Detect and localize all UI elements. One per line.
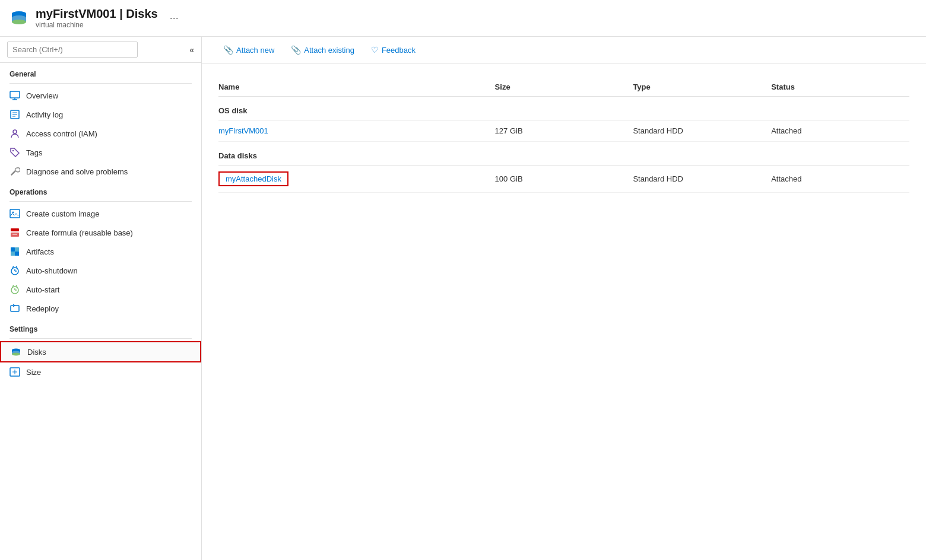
col-size: Size — [495, 78, 633, 97]
svg-point-15 — [12, 212, 14, 214]
section-label-operations: Operations — [0, 181, 201, 199]
sidebar-item-label-activity-log: Activity log — [26, 110, 63, 119]
svg-rect-5 — [10, 91, 20, 98]
attach-new-label: Attach new — [236, 46, 274, 55]
sidebar-item-label-create-formula: Create formula (reusable base) — [26, 228, 133, 237]
sidebar-item-tags[interactable]: Tags — [0, 143, 201, 162]
content-area: 📎 Attach new 📎 Attach existing ♡ Feedbac… — [202, 37, 926, 560]
data-disk-status: Attached — [771, 166, 909, 193]
more-options-button[interactable]: ··· — [170, 12, 179, 24]
svg-rect-16 — [11, 228, 19, 231]
attach-new-icon: 📎 — [223, 45, 233, 55]
sidebar-collapse-button[interactable]: « — [189, 45, 194, 55]
sidebar-item-label-access-control: Access control (IAM) — [26, 129, 97, 138]
svg-point-12 — [13, 130, 17, 133]
sidebar-item-activity-log[interactable]: Activity log — [0, 105, 201, 124]
attach-existing-label: Attach existing — [304, 46, 354, 55]
sidebar-item-create-image[interactable]: Create custom image — [0, 204, 201, 223]
os-disk-type: Standard HDD — [633, 120, 771, 142]
sidebar-item-label-diagnose: Diagnose and solve problems — [26, 167, 128, 176]
section-label-general: General — [0, 63, 201, 81]
sidebar-item-label-artifacts: Artifacts — [26, 247, 54, 256]
sidebar-nav: General Overview Activity log Access con… — [0, 63, 201, 560]
sidebar-item-artifacts[interactable]: Artifacts — [0, 242, 201, 261]
sidebar-item-auto-shutdown[interactable]: Auto-shutdown — [0, 261, 201, 280]
size-icon — [9, 367, 20, 377]
os-disk-status: Attached — [771, 120, 909, 142]
attach-existing-button[interactable]: 📎 Attach existing — [284, 42, 361, 58]
attach-new-button[interactable]: 📎 Attach new — [216, 42, 281, 58]
data-disk-type: Standard HDD — [633, 166, 771, 193]
section-label-settings: Settings — [0, 318, 201, 336]
sidebar-item-label-redeploy: Redeploy — [26, 304, 59, 313]
col-name: Name — [218, 78, 495, 97]
data-disk-link[interactable]: myAttachedDisk — [218, 171, 288, 186]
sidebar-item-label-overview: Overview — [26, 91, 58, 100]
svg-rect-20 — [15, 247, 19, 252]
search-input[interactable] — [7, 42, 138, 58]
disk-icon — [11, 346, 21, 357]
os-disk-link[interactable]: myFirstVM001 — [218, 126, 268, 135]
disks-table: Name Size Type Status OS disk myFirstVM0… — [218, 78, 909, 193]
sidebar-item-label-tags: Tags — [26, 148, 42, 157]
image-icon — [9, 208, 20, 219]
table-row-os-disk: myFirstVM001 127 GiB Standard HDD Attach… — [218, 120, 909, 142]
divider-settings — [9, 338, 192, 339]
page-subtitle: virtual machine — [36, 21, 158, 29]
sidebar-item-label-size: Size — [26, 368, 41, 377]
clock2-icon — [9, 284, 20, 295]
sidebar-item-disks[interactable]: Disks — [0, 341, 201, 362]
divider-operations — [9, 201, 192, 202]
os-disk-section-header: OS disk — [218, 97, 909, 120]
data-disk-name-cell[interactable]: myAttachedDisk — [218, 166, 495, 193]
attach-existing-icon: 📎 — [291, 45, 301, 55]
vm-icon — [9, 9, 28, 28]
page-header: myFirstVM001 | Disks virtual machine ··· — [0, 0, 926, 37]
col-status: Status — [771, 78, 909, 97]
data-disk-size: 100 GiB — [495, 166, 633, 193]
sidebar-item-label-create-image: Create custom image — [26, 209, 100, 218]
formula-icon — [9, 227, 20, 238]
data-disk-section-header: Data disks — [218, 142, 909, 166]
feedback-button[interactable]: ♡ Feedback — [364, 42, 423, 58]
data-disk-label: Data disks — [218, 142, 909, 166]
page-title: myFirstVM001 | Disks — [36, 7, 158, 21]
svg-rect-14 — [10, 209, 20, 218]
divider-general — [9, 83, 192, 84]
main-layout: « General Overview Activity log — [0, 37, 926, 560]
feedback-label: Feedback — [382, 46, 416, 55]
os-disk-label: OS disk — [218, 97, 909, 120]
sidebar-item-auto-start[interactable]: Auto-start — [0, 280, 201, 299]
svg-rect-22 — [15, 252, 19, 256]
sidebar-item-size[interactable]: Size — [0, 362, 201, 381]
sidebar-item-overview[interactable]: Overview — [0, 86, 201, 105]
col-type: Type — [633, 78, 771, 97]
monitor-icon — [9, 90, 20, 101]
os-disk-size: 127 GiB — [495, 120, 633, 142]
content-body: Name Size Type Status OS disk myFirstVM0… — [202, 63, 926, 560]
clock-icon — [9, 265, 20, 276]
svg-rect-21 — [11, 252, 15, 256]
svg-point-4 — [12, 20, 26, 24]
sidebar-item-redeploy[interactable]: Redeploy — [0, 299, 201, 318]
svg-point-13 — [12, 150, 14, 151]
title-group: myFirstVM001 | Disks virtual machine — [36, 7, 158, 29]
table-row-data-disk-0: myAttachedDisk 100 GiB Standard HDD Atta… — [218, 166, 909, 193]
sidebar-item-label-auto-shutdown: Auto-shutdown — [26, 266, 78, 275]
svg-rect-19 — [11, 247, 15, 252]
sidebar-item-create-formula[interactable]: Create formula (reusable base) — [0, 223, 201, 242]
sidebar-item-diagnose[interactable]: Diagnose and solve problems — [0, 162, 201, 181]
person-icon — [9, 128, 20, 139]
svg-point-38 — [12, 353, 20, 356]
sidebar-search-area: « — [0, 37, 201, 63]
artifacts-icon — [9, 246, 20, 257]
wrench-icon — [9, 166, 20, 177]
sidebar-item-label-disks: Disks — [27, 348, 46, 357]
tag-icon — [9, 147, 20, 158]
redeploy-icon — [9, 303, 20, 314]
os-disk-name[interactable]: myFirstVM001 — [218, 120, 495, 142]
sidebar-item-access-control[interactable]: Access control (IAM) — [0, 124, 201, 143]
svg-rect-33 — [11, 306, 19, 311]
feedback-icon: ♡ — [371, 45, 379, 55]
list-icon — [9, 109, 20, 120]
